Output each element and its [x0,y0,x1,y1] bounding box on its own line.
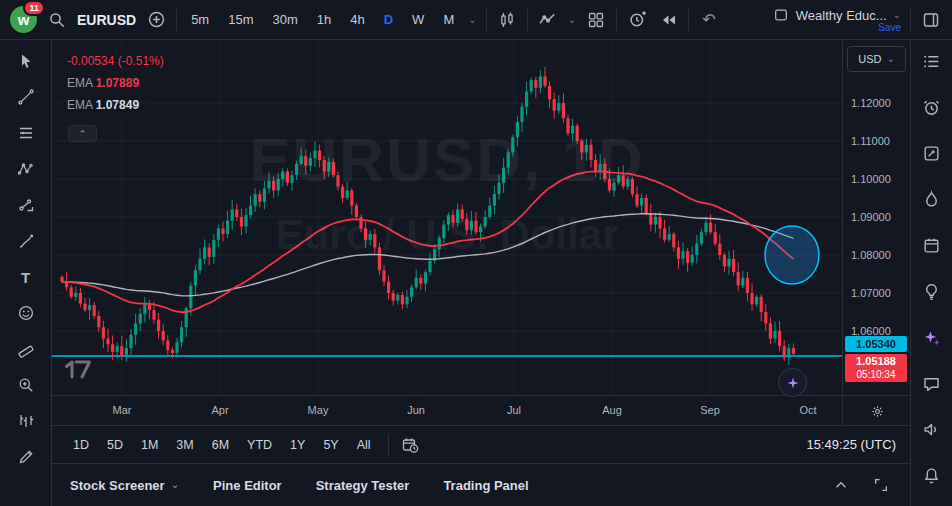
notifications-bell-icon[interactable] [921,464,943,486]
watchlist-icon[interactable] [921,50,943,72]
settings-gear-icon[interactable] [866,400,888,422]
alerts-clock-icon[interactable] [921,96,943,118]
right-sidebar [910,40,952,506]
tab-pine-editor[interactable]: Pine Editor [213,478,282,493]
cursor-tool-icon[interactable] [15,50,37,72]
indicators-chevron-down-icon[interactable]: ⌄ [568,15,576,25]
brush-tool-icon[interactable] [15,230,37,252]
ema-legend-row[interactable]: EMA 1.07889 [60,74,146,92]
chart-area: EURUSD, 1D Euro / U.S. Dollar -0.00534 (… [52,40,842,425]
interval-button[interactable]: 4h [345,9,369,30]
forecast-tool-icon[interactable] [15,194,37,216]
tradingview-app: w 11 EURUSD 5m 15m 30m 1h 4h D W M ⌄ ⌄ [0,0,952,506]
time-axis[interactable]: MarAprMayJunJulAugSepOct [52,395,842,425]
layout-chevron-down-icon: ⌄ [893,10,901,20]
undo-glyph: ↶ [702,10,715,29]
symbol-name[interactable]: EURUSD [77,12,136,28]
interval-button[interactable]: 30m [267,9,302,30]
divider [388,434,389,456]
currency-chevron-down-icon: ⌄ [886,54,894,64]
range-button[interactable]: YTD [240,434,279,456]
ema-label: EMA [67,98,92,112]
month-label: Apr [211,404,228,416]
interval-button[interactable]: 1h [312,9,336,30]
alert-clock-icon[interactable] [626,9,648,31]
trend-line-tool-icon[interactable] [15,86,37,108]
emoji-tool-icon[interactable] [15,302,37,324]
measure-ruler-tool-icon[interactable] [15,338,37,360]
divider [616,9,617,31]
range-button[interactable]: 3M [169,434,200,456]
legend-collapse-button[interactable]: ⌃ [68,125,97,142]
price-tick-label: 1.11000 [851,135,890,147]
drawing-toolbar: T [0,40,52,506]
indicators-icon[interactable] [537,9,559,31]
session-clock[interactable]: 15:49:25 (UTC) [806,437,896,452]
support-level-price-badge: 1.05340 [845,336,907,352]
tab-stock-screener[interactable]: Stock Screener ⌄ [70,478,179,493]
idea-bulb-icon[interactable] [921,280,943,302]
open-panel-chevron-up-icon[interactable] [830,474,852,496]
add-symbol-icon[interactable] [145,9,167,31]
bar-replay-icon[interactable] [657,9,679,31]
price-tick-label: 1.12000 [851,97,891,109]
range-button[interactable]: 1M [134,434,165,456]
user-avatar[interactable]: w 11 [10,6,37,33]
ema-legend-row[interactable]: EMA 1.07849 [60,96,146,114]
range-button[interactable]: 5D [100,434,130,456]
chevron-up-icon: ⌃ [79,129,87,139]
fib-retracement-tool-icon[interactable] [15,122,37,144]
xabcd-pattern-tool-icon[interactable] [15,158,37,180]
interval-button[interactable]: W [407,9,429,30]
calendar-icon[interactable] [921,234,943,256]
time-axis-settings-row [843,395,911,426]
toggle-right-panel-icon[interactable] [920,9,942,31]
ai-sparkle-icon[interactable] [921,326,943,348]
divider [176,9,177,31]
tab-label: Strategy Tester [316,478,410,493]
chart-legend: -0.00534 (-0.51%) EMA 1.07889 EMA 1.0784… [60,52,171,118]
price-tick-label: 1.09000 [851,211,891,223]
edit-pencil-tool-icon[interactable] [15,446,37,468]
interval-button[interactable]: M [438,9,459,30]
chart-type-candles-icon[interactable] [496,9,518,31]
currency-unit-dropdown[interactable]: USD ⌄ [847,46,906,72]
range-button[interactable]: All [350,434,378,456]
range-button[interactable]: 1Y [283,434,312,456]
intervals-chevron-down-icon[interactable]: ⌄ [468,15,476,25]
zoom-tool-icon[interactable] [15,374,37,396]
currency-label: USD [858,53,881,65]
hotlists-flame-icon[interactable] [921,188,943,210]
range-button[interactable]: 1D [66,434,96,456]
range-button[interactable]: 6M [205,434,236,456]
month-label: Mar [113,404,132,416]
chart-ai-sparkle-button[interactable] [778,368,807,397]
interval-button[interactable]: 15m [223,9,258,30]
month-label: Aug [602,404,622,416]
tab-label: Pine Editor [213,478,282,493]
footer-actions [830,474,892,496]
divider [910,9,911,31]
tab-strategy-tester[interactable]: Strategy Tester [316,478,410,493]
streams-speaker-icon[interactable] [921,418,943,440]
layout-grid-icon[interactable] [585,9,607,31]
text-tool-icon[interactable]: T [15,266,37,288]
go-to-date-icon[interactable] [399,434,421,456]
divider [688,9,689,31]
interval-button[interactable]: D [379,9,398,30]
tab-trading-panel[interactable]: Trading Panel [443,478,528,493]
bar-pattern-tool-icon[interactable] [15,410,37,432]
highlight-circle-drawing[interactable] [765,226,819,284]
chat-icon[interactable] [921,372,943,394]
price-scale[interactable]: USD ⌄ 1.05340 1.05188 05:10:34 1.120001.… [842,40,911,425]
top-toolbar: w 11 EURUSD 5m 15m 30m 1h 4h D W M ⌄ ⌄ [0,0,952,40]
month-label: Oct [799,404,816,416]
undo-icon[interactable]: ↶ [698,9,720,31]
search-icon[interactable] [46,9,68,31]
range-button[interactable]: 5Y [316,434,345,456]
ideas-note-icon[interactable] [921,142,943,164]
interval-button[interactable]: 5m [186,9,214,30]
save-layout-button[interactable]: Save [878,22,901,33]
ema-value: 1.07849 [96,98,139,112]
maximize-panel-icon[interactable] [870,474,892,496]
